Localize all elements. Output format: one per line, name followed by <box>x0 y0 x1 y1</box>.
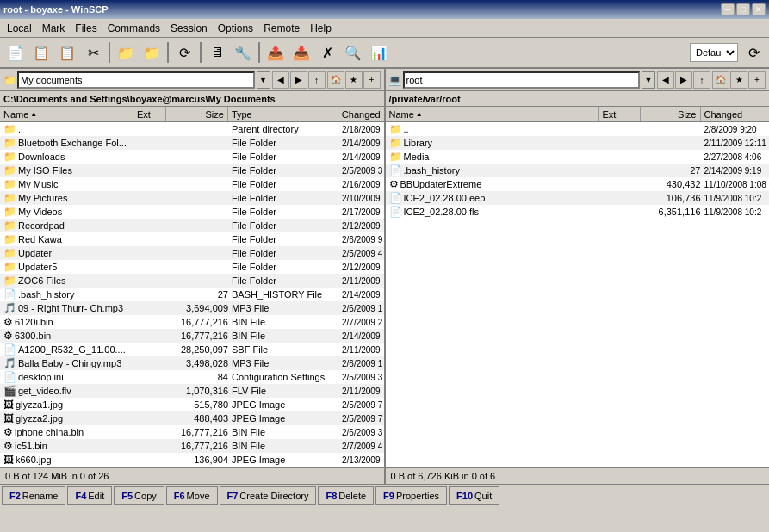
minimize-button[interactable]: ─ <box>721 3 735 15</box>
file-size: 3,498,028 <box>168 358 230 368</box>
left-file-row[interactable]: 🖼 glyzza1.jpg 515,780 JPEG Image 2/5/200… <box>0 398 384 411</box>
left-file-row[interactable]: 📄 .bash_history 27 BASH_HISTORY File 2/1… <box>0 288 384 301</box>
r-col-header-size[interactable]: Size <box>641 107 701 121</box>
bottom-btn-move[interactable]: F6Move <box>166 486 218 505</box>
right-file-row[interactable]: 📁 Library 2/11/2009 12:11 <box>386 136 770 150</box>
left-file-row[interactable]: 🎵 09 - Right Thurr- Ch.mp3 3,694,009 MP3… <box>0 301 384 315</box>
left-file-row[interactable]: ⚙ iphone china.bin 16,777,216 BIN File 2… <box>0 425 384 439</box>
toolbar-new-btn[interactable]: 📄 <box>3 40 28 65</box>
bottom-btn-create-directory[interactable]: F7Create Directory <box>220 486 317 505</box>
left-path: C:\Documents and Settings\boyaxe@marcus\… <box>0 91 384 107</box>
left-file-row[interactable]: 🖼 k660.jpg 136,904 JPEG Image 2/13/2009 … <box>0 453 384 467</box>
toolbar-btn3[interactable]: 📋 <box>55 40 79 65</box>
profile-select[interactable]: Defau <box>690 43 738 62</box>
left-file-row[interactable]: ⚙ 6120i.bin 16,777,216 BIN File 2/7/2009… <box>0 315 384 329</box>
file-icon: 📁 <box>3 275 16 287</box>
bottom-btn-properties[interactable]: F9Properties <box>375 486 447 505</box>
right-file-row[interactable]: 📄 ICE2_02.28.00.eep 106,736 11/9/2008 10… <box>386 191 770 205</box>
left-file-row[interactable]: 🎵 Balla Baby - Chingy.mp3 3,498,028 MP3 … <box>0 356 384 370</box>
file-icon: 📁 <box>3 151 16 163</box>
left-up-btn[interactable]: ↑ <box>308 71 326 89</box>
left-file-row[interactable]: 📁 .. Parent directory 2/18/2009 3:00 <box>0 122 384 136</box>
menu-options[interactable]: Options <box>213 21 258 36</box>
right-file-list[interactable]: 📁 .. 2/8/2009 9:20 📁 Library 2/11/2009 1… <box>386 122 770 467</box>
r-col-header-changed[interactable]: Changed <box>701 107 770 121</box>
left-file-row[interactable]: 📁 Recordpad File Folder 2/12/2009 3:02 <box>0 219 384 232</box>
close-button[interactable]: ✕ <box>752 3 766 15</box>
bottom-btn-delete[interactable]: F8Delete <box>318 486 374 505</box>
col-header-ext[interactable]: Ext <box>133 107 166 121</box>
right-addr-dropdown[interactable]: ▼ <box>642 71 655 89</box>
left-file-row[interactable]: ⚙ ic51.bin 16,777,216 BIN File 2/7/2009 … <box>0 439 384 453</box>
right-file-row[interactable]: 📁 .. 2/8/2009 9:20 <box>386 122 770 136</box>
right-bookmarks-btn[interactable]: ★ <box>730 71 747 89</box>
bottom-btn-rename[interactable]: F2Rename <box>2 486 65 505</box>
toolbar-btn5[interactable]: 📁 <box>114 40 138 65</box>
toolbar-btn6[interactable]: 📁 <box>140 40 164 65</box>
left-file-row[interactable]: 📄 A1200_R532_G_11.00.... 28,250,097 SBF … <box>0 343 384 356</box>
toolbar-btn9[interactable]: 🔧 <box>231 40 255 65</box>
right-file-row[interactable]: 📄 .bash_history 27 2/14/2009 9:19 <box>386 164 770 177</box>
right-up-btn[interactable]: ↑ <box>693 71 710 89</box>
file-name: ⚙ iphone china.bin <box>2 426 135 438</box>
maximize-button[interactable]: □ <box>736 3 750 15</box>
left-back-btn[interactable]: ◀ <box>272 71 289 89</box>
left-file-row[interactable]: ⚙ 6300.bin 16,777,216 BIN File 2/14/2009… <box>0 329 384 343</box>
toolbar-refresh[interactable]: ⟳ <box>172 40 196 65</box>
right-file-row[interactable]: ⚙ BBUpdaterExtreme 430,432 11/10/2008 1:… <box>386 177 770 191</box>
menu-local[interactable]: Local <box>2 21 37 36</box>
left-file-row[interactable]: 📁 Updater File Folder 2/5/2009 4:42 <box>0 246 384 260</box>
r-col-header-ext[interactable]: Ext <box>599 107 641 121</box>
r-col-header-name[interactable]: Name▲ <box>386 107 599 121</box>
left-file-row[interactable]: 🖼 glyzza2.jpg 488,403 JPEG Image 2/5/200… <box>0 411 384 425</box>
col-header-changed[interactable]: Changed <box>338 107 384 121</box>
toolbar-btn2[interactable]: 📋 <box>29 40 53 65</box>
menu-commands[interactable]: Commands <box>102 21 165 36</box>
col-header-name[interactable]: Name▲ <box>0 107 133 121</box>
menu-remote[interactable]: Remote <box>258 21 305 36</box>
left-file-row[interactable]: 📁 Bluetooth Exchange Fol... File Folder … <box>0 136 384 150</box>
left-file-row[interactable]: 📁 My Pictures File Folder 2/10/2009 9:08 <box>0 191 384 205</box>
col-header-size[interactable]: Size <box>166 107 228 121</box>
left-file-row[interactable]: 🎬 get_video.flv 1,070,316 FLV File 2/11/… <box>0 384 384 398</box>
menu-files[interactable]: Files <box>70 21 102 36</box>
menu-session[interactable]: Session <box>165 21 213 36</box>
left-bookmarks-btn[interactable]: ★ <box>345 71 363 89</box>
left-file-row[interactable]: 📁 Updater5 File Folder 2/12/2009 7:20 <box>0 260 384 274</box>
right-address-input[interactable]: root <box>403 71 641 89</box>
left-file-row[interactable]: 📁 Red Kawa File Folder 2/6/2009 9:59 <box>0 232 384 246</box>
right-back-btn[interactable]: ◀ <box>657 71 674 89</box>
left-file-row[interactable]: 📄 desktop.ini 84 Configuration Settings … <box>0 370 384 384</box>
bottom-btn-edit[interactable]: F4Edit <box>67 486 112 505</box>
bottom-btn-quit[interactable]: F10Quit <box>449 486 499 505</box>
right-extra-btn[interactable]: + <box>748 71 766 89</box>
left-addr-dropdown[interactable]: ▼ <box>257 71 270 89</box>
left-file-row[interactable]: 📁 My Videos File Folder 2/17/2009 12:28 <box>0 205 384 219</box>
left-file-row[interactable]: 📁 My Music File Folder 2/16/2009 2:06 <box>0 177 384 191</box>
left-file-row[interactable]: 📁 My ISO Files File Folder 2/5/2009 3:27 <box>0 164 384 177</box>
file-name: 🖼 glyzza1.jpg <box>2 399 135 411</box>
right-fwd-btn[interactable]: ▶ <box>675 71 692 89</box>
bottom-btn-copy[interactable]: F5Copy <box>114 486 164 505</box>
right-file-row[interactable]: 📄 ICE2_02.28.00.fls 6,351,116 11/9/2008 … <box>386 205 770 219</box>
right-root-btn[interactable]: 🏠 <box>712 71 729 89</box>
left-address-input[interactable]: My documents <box>17 71 255 89</box>
toolbar-btn8[interactable]: 🖥 <box>205 40 229 65</box>
toolbar-btn11[interactable]: 📥 <box>289 40 313 65</box>
left-file-row[interactable]: 📁 ZOC6 Files File Folder 2/11/2009 8:54 <box>0 274 384 288</box>
toolbar-btn14[interactable]: 📊 <box>367 40 391 65</box>
menu-mark[interactable]: Mark <box>37 21 71 36</box>
right-file-row[interactable]: 📁 Media 2/27/2008 4:06 <box>386 150 770 164</box>
toolbar-btn10[interactable]: 📤 <box>264 40 288 65</box>
toolbar-sync-btn[interactable]: ⟳ <box>741 40 766 65</box>
left-file-row[interactable]: 📁 Downloads File Folder 2/14/2009 1:22 <box>0 150 384 164</box>
left-file-list[interactable]: 📁 .. Parent directory 2/18/2009 3:00 📁 B… <box>0 122 384 467</box>
toolbar-btn13[interactable]: 🔍 <box>341 40 365 65</box>
menu-help[interactable]: Help <box>305 21 337 36</box>
left-fwd-btn[interactable]: ▶ <box>290 71 307 89</box>
left-root-btn[interactable]: 🏠 <box>327 71 344 89</box>
col-header-type[interactable]: Type <box>228 107 338 121</box>
toolbar-btn12[interactable]: ✗ <box>315 40 339 65</box>
toolbar-btn4[interactable]: ✂ <box>81 40 105 65</box>
left-extra-btn[interactable]: + <box>363 71 381 89</box>
